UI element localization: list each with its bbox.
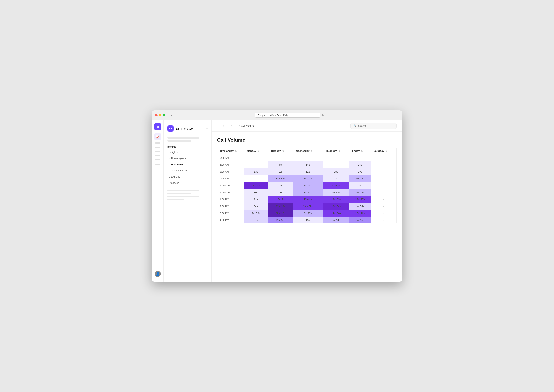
cell-mon-4: 12m 53s [244, 182, 268, 189]
col-header-time[interactable]: Time of day ⇅ [217, 147, 244, 154]
workspace-avatar: SF [167, 126, 173, 132]
cell-thu-2: 18s [323, 168, 349, 175]
sidebar-item-callvolume[interactable]: Call Volume [165, 161, 210, 167]
cell-fri-0: - [349, 154, 371, 161]
col-header-monday[interactable]: Monday ⇅ [244, 147, 268, 154]
breadcrumb-item-2: —— [225, 124, 230, 127]
sort-icon-fri: ⇅ [361, 150, 363, 152]
cell-thu-0: - [323, 154, 349, 161]
dash-value: - [383, 205, 384, 208]
sidebar-item-discover[interactable]: Discover [165, 180, 210, 186]
col-header-tuesday[interactable]: Tuesday ⇅ [268, 147, 293, 154]
sidebar: SF San Francisco ▾ Insights Insights KPI… [164, 120, 212, 281]
nav-icon-insights[interactable]: 📈 [154, 133, 161, 140]
workspace-selector[interactable]: SF San Francisco ▾ [164, 124, 211, 135]
placeholder-bar-6 [167, 199, 184, 200]
rail-placeholder-4 [155, 155, 160, 156]
forward-button[interactable]: › [174, 113, 178, 117]
cell-sat-1: - [371, 161, 396, 168]
sidebar-placeholder-bars2 [164, 187, 211, 203]
dash-value: - [255, 163, 256, 166]
back-button[interactable]: ‹ [170, 113, 173, 117]
placeholder-bar-5 [167, 196, 200, 197]
cell-time-4: 10:00 AM [217, 182, 244, 189]
brand-icon: ◈ [157, 125, 159, 129]
cell-thu-6: 14m 53s [323, 196, 349, 203]
table-row: 4:00 PM5m 7s11m 55s15s5m 14s9m 15s- [217, 217, 397, 224]
maximize-button[interactable] [163, 114, 165, 116]
brand-logo[interactable]: ◈ [154, 123, 161, 130]
browser-titlebar: ‹ › Dialpad — Work Beautifully ↻ [152, 111, 402, 120]
page-title: Call Volume [217, 137, 397, 143]
dash-value: - [383, 156, 384, 159]
cell-sat-3: - [371, 175, 396, 182]
dash-value: - [383, 191, 384, 194]
reload-button[interactable]: ↻ [322, 114, 324, 117]
dash-value: - [280, 156, 281, 159]
heatmap-table: Time of day ⇅ Monday ⇅ Tuesday ⇅ [217, 147, 397, 224]
cell-time-3: 9:00 AM [217, 175, 244, 182]
sort-icon-tue: ⇅ [282, 150, 284, 152]
url-bar[interactable]: Dialpad — Work Beautifully [255, 113, 320, 118]
breadcrumb: —— / —— / —— / Call Volume [217, 124, 254, 127]
chevron-down-icon: ▾ [206, 127, 208, 130]
dash-value: - [255, 156, 256, 159]
insights-section-label: Insights [164, 144, 211, 149]
col-header-wednesday[interactable]: Wednesday ⇅ [293, 147, 323, 154]
main-content: —— / —— / —— / Call Volume 🔍 Call Volume [212, 120, 402, 281]
sort-icon-thu: ⇅ [338, 150, 340, 152]
cell-thu-4: 11m 7s [323, 182, 349, 189]
dash-value: - [383, 219, 384, 222]
col-header-saturday[interactable]: Saturday ⇅ [371, 147, 396, 154]
user-avatar-small[interactable]: 👤 [155, 271, 161, 277]
dash-value: - [360, 156, 360, 159]
cell-thu-3: 9s [323, 175, 349, 182]
placeholder-bar-2 [167, 140, 191, 142]
rail-placeholder-5 [155, 159, 160, 161]
placeholder-bar-1 [167, 137, 200, 139]
sidebar-item-insights[interactable]: Insights [165, 149, 210, 155]
cell-tue-4: 19s [268, 182, 293, 189]
cell-time-9: 4:00 PM [217, 217, 244, 224]
cell-wed-9: 15s [293, 217, 323, 224]
rail-placeholder-3 [155, 151, 160, 152]
cell-wed-2: 11s [293, 168, 323, 175]
dash-value: - [336, 163, 337, 166]
cell-thu-9: 5m 14s [323, 217, 349, 224]
minimize-button[interactable] [159, 114, 161, 116]
col-header-thursday[interactable]: Thursday ⇅ [323, 147, 349, 154]
cell-fri-4: 9s [349, 182, 371, 189]
cell-thu-1: - [323, 161, 349, 168]
sidebar-item-kpi[interactable]: KPI Intelligence [165, 155, 210, 161]
cell-sat-2: - [371, 168, 396, 175]
cell-sat-6: - [371, 196, 396, 203]
sidebar-item-csat[interactable]: CSAT 360 [165, 174, 210, 180]
sort-icon-wed: ⇅ [311, 150, 312, 152]
cell-fri-6: 12m 27s [349, 196, 371, 203]
cell-wed-1: 14s [293, 161, 323, 168]
cell-tue-5: 17s [268, 189, 293, 196]
col-header-friday[interactable]: Friday ⇅ [349, 147, 371, 154]
breadcrumb-item-1: —— [217, 124, 222, 127]
search-input[interactable] [358, 124, 394, 127]
cell-wed-3: 6m 24s [293, 175, 323, 182]
cell-time-8: 3:00 PM [217, 210, 244, 217]
table-row: 8:00 AM13s10s11s18s29s- [217, 168, 397, 175]
breadcrumb-current: Call Volume [241, 124, 254, 127]
traffic-lights [155, 114, 165, 116]
workspace-initials: SF [169, 127, 172, 130]
close-button[interactable] [155, 114, 158, 116]
search-box[interactable]: 🔍 [351, 123, 397, 129]
placeholder-bar-3 [167, 190, 200, 191]
dash-value: - [307, 156, 308, 159]
cell-thu-8: 14m 34s [323, 210, 349, 217]
cell-wed-6: 16m 1s [293, 196, 323, 203]
cell-fri-9: 9m 15s [349, 217, 371, 224]
cell-sat-0: - [371, 154, 396, 161]
cell-thu-7: 18m 54s [323, 203, 349, 210]
sidebar-item-coaching[interactable]: Coaching Insights [165, 168, 210, 174]
dash-value: - [383, 163, 384, 166]
cell-tue-8: 22m 12s [268, 210, 293, 217]
cell-thu-5: 4m 46s [323, 189, 349, 196]
table-row: 5:00 AM------ [217, 154, 397, 161]
